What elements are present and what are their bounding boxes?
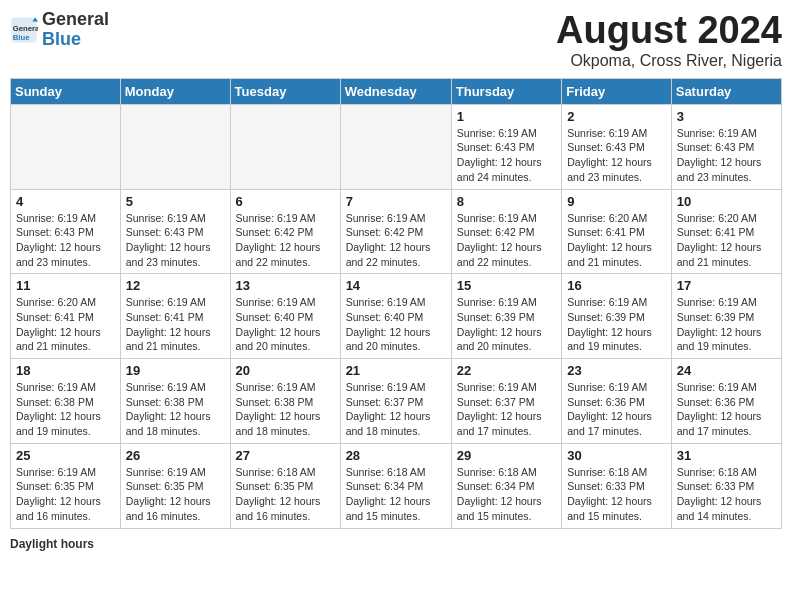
day-number: 20 (236, 363, 335, 378)
day-number: 5 (126, 194, 225, 209)
calendar-cell (120, 104, 230, 189)
calendar-cell: 17Sunrise: 6:19 AMSunset: 6:39 PMDayligh… (671, 274, 781, 359)
day-number: 15 (457, 278, 556, 293)
day-info: Sunrise: 6:19 AMSunset: 6:35 PMDaylight:… (126, 465, 225, 524)
day-info: Sunrise: 6:19 AMSunset: 6:36 PMDaylight:… (677, 380, 776, 439)
svg-text:General: General (13, 24, 38, 33)
calendar-cell: 8Sunrise: 6:19 AMSunset: 6:42 PMDaylight… (451, 189, 561, 274)
calendar-table: SundayMondayTuesdayWednesdayThursdayFrid… (10, 78, 782, 529)
day-number: 19 (126, 363, 225, 378)
calendar-cell: 11Sunrise: 6:20 AMSunset: 6:41 PMDayligh… (11, 274, 121, 359)
calendar-header-monday: Monday (120, 78, 230, 104)
calendar-header-wednesday: Wednesday (340, 78, 451, 104)
calendar-cell: 6Sunrise: 6:19 AMSunset: 6:42 PMDaylight… (230, 189, 340, 274)
day-info: Sunrise: 6:19 AMSunset: 6:39 PMDaylight:… (567, 295, 666, 354)
logo-general-text: General (42, 9, 109, 29)
day-number: 2 (567, 109, 666, 124)
calendar-cell: 2Sunrise: 6:19 AMSunset: 6:43 PMDaylight… (562, 104, 672, 189)
page-subtitle: Okpoma, Cross River, Nigeria (556, 52, 782, 70)
day-number: 11 (16, 278, 115, 293)
day-number: 28 (346, 448, 446, 463)
day-info: Sunrise: 6:19 AMSunset: 6:35 PMDaylight:… (16, 465, 115, 524)
day-info: Sunrise: 6:19 AMSunset: 6:43 PMDaylight:… (457, 126, 556, 185)
calendar-cell: 27Sunrise: 6:18 AMSunset: 6:35 PMDayligh… (230, 443, 340, 528)
day-number: 10 (677, 194, 776, 209)
day-number: 27 (236, 448, 335, 463)
day-number: 1 (457, 109, 556, 124)
day-info: Sunrise: 6:18 AMSunset: 6:34 PMDaylight:… (457, 465, 556, 524)
day-info: Sunrise: 6:19 AMSunset: 6:37 PMDaylight:… (346, 380, 446, 439)
calendar-cell: 7Sunrise: 6:19 AMSunset: 6:42 PMDaylight… (340, 189, 451, 274)
day-number: 26 (126, 448, 225, 463)
day-number: 31 (677, 448, 776, 463)
day-info: Sunrise: 6:19 AMSunset: 6:39 PMDaylight:… (677, 295, 776, 354)
calendar-cell: 12Sunrise: 6:19 AMSunset: 6:41 PMDayligh… (120, 274, 230, 359)
day-number: 17 (677, 278, 776, 293)
day-number: 23 (567, 363, 666, 378)
day-info: Sunrise: 6:19 AMSunset: 6:38 PMDaylight:… (236, 380, 335, 439)
calendar-cell: 18Sunrise: 6:19 AMSunset: 6:38 PMDayligh… (11, 359, 121, 444)
calendar-cell: 26Sunrise: 6:19 AMSunset: 6:35 PMDayligh… (120, 443, 230, 528)
calendar-cell: 22Sunrise: 6:19 AMSunset: 6:37 PMDayligh… (451, 359, 561, 444)
day-number: 30 (567, 448, 666, 463)
day-info: Sunrise: 6:18 AMSunset: 6:34 PMDaylight:… (346, 465, 446, 524)
calendar-cell: 23Sunrise: 6:19 AMSunset: 6:36 PMDayligh… (562, 359, 672, 444)
logo: General Blue General Blue (10, 10, 109, 50)
calendar-cell: 29Sunrise: 6:18 AMSunset: 6:34 PMDayligh… (451, 443, 561, 528)
day-number: 18 (16, 363, 115, 378)
day-number: 4 (16, 194, 115, 209)
logo-icon: General Blue (10, 16, 38, 44)
calendar-header-friday: Friday (562, 78, 672, 104)
day-number: 12 (126, 278, 225, 293)
day-info: Sunrise: 6:19 AMSunset: 6:38 PMDaylight:… (126, 380, 225, 439)
calendar-header-thursday: Thursday (451, 78, 561, 104)
calendar-header-saturday: Saturday (671, 78, 781, 104)
day-info: Sunrise: 6:19 AMSunset: 6:41 PMDaylight:… (126, 295, 225, 354)
day-info: Sunrise: 6:19 AMSunset: 6:37 PMDaylight:… (457, 380, 556, 439)
day-number: 6 (236, 194, 335, 209)
day-info: Sunrise: 6:18 AMSunset: 6:35 PMDaylight:… (236, 465, 335, 524)
calendar-cell: 19Sunrise: 6:19 AMSunset: 6:38 PMDayligh… (120, 359, 230, 444)
day-info: Sunrise: 6:20 AMSunset: 6:41 PMDaylight:… (567, 211, 666, 270)
calendar-week-row: 4Sunrise: 6:19 AMSunset: 6:43 PMDaylight… (11, 189, 782, 274)
day-info: Sunrise: 6:19 AMSunset: 6:40 PMDaylight:… (346, 295, 446, 354)
calendar-cell: 4Sunrise: 6:19 AMSunset: 6:43 PMDaylight… (11, 189, 121, 274)
calendar-week-row: 18Sunrise: 6:19 AMSunset: 6:38 PMDayligh… (11, 359, 782, 444)
calendar-cell: 3Sunrise: 6:19 AMSunset: 6:43 PMDaylight… (671, 104, 781, 189)
calendar-cell: 5Sunrise: 6:19 AMSunset: 6:43 PMDaylight… (120, 189, 230, 274)
day-number: 9 (567, 194, 666, 209)
calendar-cell: 20Sunrise: 6:19 AMSunset: 6:38 PMDayligh… (230, 359, 340, 444)
logo-blue-text: Blue (42, 29, 81, 49)
day-info: Sunrise: 6:19 AMSunset: 6:40 PMDaylight:… (236, 295, 335, 354)
day-info: Sunrise: 6:18 AMSunset: 6:33 PMDaylight:… (567, 465, 666, 524)
day-number: 24 (677, 363, 776, 378)
day-info: Sunrise: 6:19 AMSunset: 6:42 PMDaylight:… (457, 211, 556, 270)
day-number: 3 (677, 109, 776, 124)
calendar-cell: 24Sunrise: 6:19 AMSunset: 6:36 PMDayligh… (671, 359, 781, 444)
day-number: 22 (457, 363, 556, 378)
day-info: Sunrise: 6:18 AMSunset: 6:33 PMDaylight:… (677, 465, 776, 524)
footer: Daylight hours (10, 537, 782, 551)
day-number: 8 (457, 194, 556, 209)
calendar-cell: 16Sunrise: 6:19 AMSunset: 6:39 PMDayligh… (562, 274, 672, 359)
header: General Blue General Blue August 2024 Ok… (10, 10, 782, 70)
calendar-cell (230, 104, 340, 189)
calendar-week-row: 11Sunrise: 6:20 AMSunset: 6:41 PMDayligh… (11, 274, 782, 359)
page-title: August 2024 (556, 10, 782, 52)
day-number: 29 (457, 448, 556, 463)
day-info: Sunrise: 6:19 AMSunset: 6:38 PMDaylight:… (16, 380, 115, 439)
day-info: Sunrise: 6:19 AMSunset: 6:39 PMDaylight:… (457, 295, 556, 354)
title-area: August 2024 Okpoma, Cross River, Nigeria (556, 10, 782, 70)
calendar-header-row: SundayMondayTuesdayWednesdayThursdayFrid… (11, 78, 782, 104)
day-info: Sunrise: 6:19 AMSunset: 6:43 PMDaylight:… (677, 126, 776, 185)
calendar-cell (11, 104, 121, 189)
calendar-cell: 13Sunrise: 6:19 AMSunset: 6:40 PMDayligh… (230, 274, 340, 359)
calendar-cell: 30Sunrise: 6:18 AMSunset: 6:33 PMDayligh… (562, 443, 672, 528)
calendar-cell: 15Sunrise: 6:19 AMSunset: 6:39 PMDayligh… (451, 274, 561, 359)
day-number: 7 (346, 194, 446, 209)
day-number: 21 (346, 363, 446, 378)
calendar-cell: 14Sunrise: 6:19 AMSunset: 6:40 PMDayligh… (340, 274, 451, 359)
calendar-cell: 28Sunrise: 6:18 AMSunset: 6:34 PMDayligh… (340, 443, 451, 528)
day-info: Sunrise: 6:20 AMSunset: 6:41 PMDaylight:… (16, 295, 115, 354)
day-info: Sunrise: 6:20 AMSunset: 6:41 PMDaylight:… (677, 211, 776, 270)
